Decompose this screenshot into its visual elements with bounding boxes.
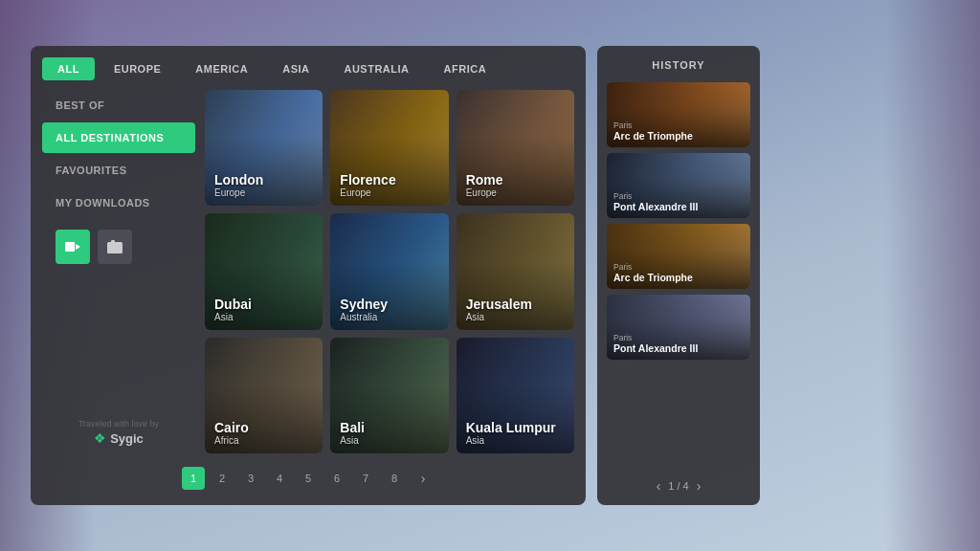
card-sydney-title: Sydney bbox=[340, 297, 388, 312]
card-bali[interactable]: Bali Asia bbox=[330, 338, 448, 453]
card-jerusalem-subtitle: Asia bbox=[466, 312, 532, 322]
card-florence-info: Florence Europe bbox=[340, 172, 395, 198]
history-item-1[interactable]: Paris Pont Alexandre III bbox=[607, 153, 750, 218]
tab-africa[interactable]: AFRICA bbox=[429, 57, 502, 80]
svg-rect-4 bbox=[111, 240, 115, 243]
sidebar: BEST OF ALL DESTINATIONS FAVOURITES MY D… bbox=[42, 90, 195, 453]
main-container: ALL EUROPE AMERICA ASIA AUSTRALIA AFRICA… bbox=[31, 46, 949, 505]
card-kl-subtitle: Asia bbox=[466, 435, 556, 446]
video-icon-button[interactable] bbox=[56, 230, 90, 264]
card-sydney-subtitle: Australia bbox=[340, 312, 388, 322]
media-type-icons bbox=[42, 230, 195, 264]
history-next-arrow[interactable]: › bbox=[697, 478, 702, 494]
card-florence[interactable]: Florence Europe bbox=[330, 90, 448, 206]
tab-australia[interactable]: AUSTRALIA bbox=[328, 57, 424, 80]
history-item-3-name: Pont Alexandre III bbox=[613, 342, 698, 354]
history-prev-arrow[interactable]: ‹ bbox=[657, 478, 661, 494]
card-london[interactable]: London Europe bbox=[205, 90, 323, 206]
card-jerusalem-info: Jerusalem Asia bbox=[466, 297, 532, 322]
history-item-1-name: Pont Alexandre III bbox=[613, 201, 698, 212]
page-btn-3[interactable]: 3 bbox=[239, 467, 262, 490]
pagination-next-arrow[interactable]: › bbox=[412, 467, 434, 490]
card-bali-subtitle: Asia bbox=[340, 435, 365, 446]
card-dubai-subtitle: Asia bbox=[214, 312, 252, 322]
card-kl-info: Kuala Lumpur Asia bbox=[466, 420, 556, 446]
pagination: 1 2 3 4 5 6 7 8 › bbox=[42, 463, 574, 494]
history-title: HISTORY bbox=[607, 55, 750, 75]
sygic-icon: ❖ bbox=[94, 430, 106, 446]
camera-icon bbox=[107, 240, 122, 253]
card-cairo[interactable]: Cairo Africa bbox=[205, 338, 323, 453]
history-item-2[interactable]: Paris Arc de Triomphe bbox=[607, 224, 750, 289]
card-dubai-info: Dubai Asia bbox=[214, 297, 252, 322]
history-list: Paris Arc de Triomphe Paris Pont Alexand… bbox=[607, 82, 750, 469]
history-item-1-location: Paris bbox=[613, 191, 698, 201]
card-london-info: London Europe bbox=[214, 172, 263, 198]
card-dubai[interactable]: Dubai Asia bbox=[205, 213, 323, 329]
history-item-0-info: Paris Arc de Triomphe bbox=[613, 121, 693, 142]
logo-area: Traveled with love by ❖ Sygic bbox=[42, 411, 195, 453]
sidebar-item-best-of[interactable]: BEST OF bbox=[42, 90, 195, 121]
video-icon bbox=[65, 241, 80, 253]
card-cairo-subtitle: Africa bbox=[214, 435, 249, 446]
history-item-0-name: Arc de Triomphe bbox=[613, 130, 693, 142]
card-cairo-title: Cairo bbox=[214, 420, 249, 435]
history-item-3-location: Paris bbox=[613, 333, 698, 342]
logo-tagline: Traveled with love by bbox=[56, 419, 182, 429]
history-item-2-info: Paris Arc de Triomphe bbox=[613, 262, 693, 283]
card-dubai-title: Dubai bbox=[214, 297, 252, 312]
card-kl[interactable]: Kuala Lumpur Asia bbox=[457, 338, 574, 453]
photo-icon-button[interactable] bbox=[98, 230, 132, 264]
svg-marker-1 bbox=[76, 244, 80, 250]
history-panel: HISTORY Paris Arc de Triomphe Paris Pont… bbox=[597, 46, 760, 505]
page-btn-2[interactable]: 2 bbox=[211, 467, 234, 490]
page-btn-5[interactable]: 5 bbox=[297, 467, 320, 490]
card-jerusalem[interactable]: Jerusalem Asia bbox=[457, 213, 574, 329]
tab-europe[interactable]: EUROPE bbox=[99, 57, 176, 80]
card-kl-title: Kuala Lumpur bbox=[466, 420, 556, 435]
content-area: BEST OF ALL DESTINATIONS FAVOURITES MY D… bbox=[42, 90, 574, 453]
history-item-0-location: Paris bbox=[613, 121, 693, 130]
card-london-subtitle: Europe bbox=[214, 187, 263, 198]
card-jerusalem-title: Jerusalem bbox=[466, 297, 532, 312]
destinations-grid: London Europe Florence Europe bbox=[205, 90, 574, 453]
history-page-indicator: 1 / 4 bbox=[668, 480, 688, 492]
left-panel: ALL EUROPE AMERICA ASIA AUSTRALIA AFRICA… bbox=[31, 46, 586, 505]
sidebar-item-downloads[interactable]: MY DOWNLOADS bbox=[42, 187, 195, 218]
category-tabs: ALL EUROPE AMERICA ASIA AUSTRALIA AFRICA bbox=[42, 57, 574, 80]
page-btn-8[interactable]: 8 bbox=[383, 467, 406, 490]
history-item-2-location: Paris bbox=[613, 262, 693, 272]
card-sydney[interactable]: Sydney Australia bbox=[330, 213, 448, 329]
card-cairo-info: Cairo Africa bbox=[214, 420, 249, 446]
tab-all[interactable]: ALL bbox=[42, 57, 95, 80]
tab-america[interactable]: AMERICA bbox=[180, 57, 263, 80]
card-bali-title: Bali bbox=[340, 420, 365, 435]
history-item-0[interactable]: Paris Arc de Triomphe bbox=[607, 82, 750, 147]
history-item-3[interactable]: Paris Pont Alexandre III bbox=[607, 295, 750, 360]
card-bali-info: Bali Asia bbox=[340, 420, 365, 446]
history-item-1-info: Paris Pont Alexandre III bbox=[613, 191, 698, 212]
card-sydney-info: Sydney Australia bbox=[340, 297, 388, 322]
page-btn-4[interactable]: 4 bbox=[268, 467, 291, 490]
sidebar-item-all-destinations[interactable]: ALL DESTINATIONS bbox=[42, 122, 195, 153]
card-london-title: London bbox=[214, 172, 263, 187]
card-florence-subtitle: Europe bbox=[340, 187, 395, 198]
sidebar-item-favourites[interactable]: FAVOURITES bbox=[42, 155, 195, 186]
history-item-2-name: Arc de Triomphe bbox=[613, 272, 693, 283]
page-btn-7[interactable]: 7 bbox=[354, 467, 377, 490]
card-rome-info: Rome Europe bbox=[466, 172, 503, 198]
page-btn-6[interactable]: 6 bbox=[325, 467, 348, 490]
card-florence-title: Florence bbox=[340, 172, 395, 187]
tab-asia[interactable]: ASIA bbox=[267, 57, 324, 80]
card-rome-subtitle: Europe bbox=[466, 187, 503, 198]
logo-brand: ❖ Sygic bbox=[56, 430, 182, 446]
history-pagination: ‹ 1 / 4 › bbox=[607, 476, 750, 496]
svg-rect-0 bbox=[65, 242, 75, 252]
history-item-3-info: Paris Pont Alexandre III bbox=[613, 333, 698, 354]
card-rome-title: Rome bbox=[466, 172, 503, 187]
card-rome[interactable]: Rome Europe bbox=[457, 90, 574, 206]
page-btn-1[interactable]: 1 bbox=[182, 467, 205, 490]
logo-name: Sygic bbox=[110, 431, 144, 446]
